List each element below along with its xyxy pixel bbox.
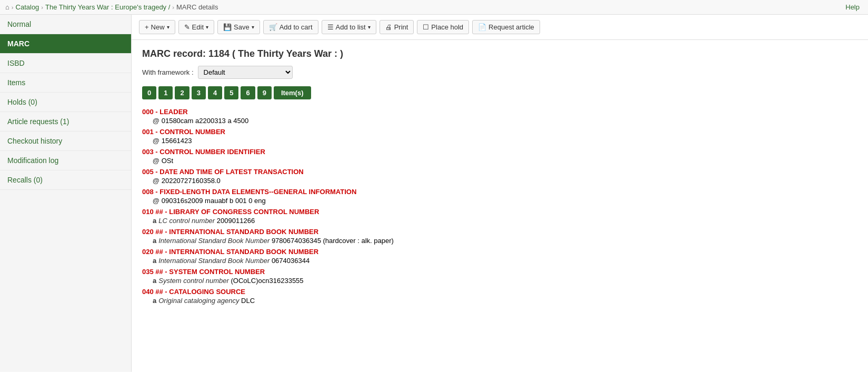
marc-field: 001 - CONTROL NUMBER@15661423 — [142, 128, 857, 146]
marc-subfield-row: @OSt — [142, 156, 857, 166]
help-link[interactable]: Help — [845, 3, 860, 11]
marc-subfield-code: @ — [153, 177, 159, 185]
tag-btn-1[interactable]: 1 — [158, 86, 173, 99]
sidebar-item-holds[interactable]: Holds (0) — [0, 93, 131, 112]
marc-tag-label: 020 ## - INTERNATIONAL STANDARD BOOK NUM… — [142, 248, 318, 256]
marc-field: 008 - FIXED-LENGTH DATA ELEMENTS--GENERA… — [142, 188, 857, 206]
marc-tag-label: 003 - CONTROL NUMBER IDENTIFIER — [142, 148, 265, 156]
marc-subfield-value: (OCoLC)ocn316233555 — [231, 277, 304, 285]
marc-tag-label: 035 ## - SYSTEM CONTROL NUMBER — [142, 268, 265, 276]
list-icon: ☰ — [327, 23, 334, 31]
print-button[interactable]: 🖨 Print — [380, 20, 414, 34]
tag-btn-9[interactable]: 9 — [257, 86, 272, 99]
marc-subfield-code: @ — [153, 137, 159, 145]
marc-subfield-label: System control number — [158, 277, 229, 285]
marc-subfield-code: @ — [153, 197, 159, 205]
sidebar-item-article-requests[interactable]: Article requests (1) — [0, 112, 131, 132]
marc-subfield-value: 01580cam a2200313 a 4500 — [162, 117, 249, 125]
marc-field: 003 - CONTROL NUMBER IDENTIFIER@OSt — [142, 148, 857, 166]
tag-btn-3[interactable]: 3 — [192, 86, 206, 99]
pencil-icon: ✎ — [184, 23, 190, 31]
breadcrumb-sep-2: › — [41, 4, 43, 11]
marc-field: 020 ## - INTERNATIONAL STANDARD BOOK NUM… — [142, 228, 857, 246]
marc-field: 000 - LEADER@01580cam a2200313 a 4500 — [142, 108, 857, 126]
list-caret-icon: ▾ — [368, 24, 371, 30]
marc-tag-label: 008 - FIXED-LENGTH DATA ELEMENTS--GENERA… — [142, 188, 356, 196]
marc-field-tag: 000 - LEADER — [142, 108, 857, 116]
marc-field-tag: 008 - FIXED-LENGTH DATA ELEMENTS--GENERA… — [142, 188, 857, 196]
breadcrumb-sep-3: › — [172, 4, 174, 11]
marc-field-tag: 005 - DATE AND TIME OF LATEST TRANSACTIO… — [142, 168, 857, 176]
place-hold-button[interactable]: ☐ Place hold — [417, 20, 469, 34]
sidebar-item-recalls[interactable]: Recalls (0) — [0, 170, 131, 190]
marc-subfield-row: aSystem control number (OCoLC)ocn3162335… — [142, 276, 857, 286]
marc-subfield-value: 15661423 — [162, 137, 192, 145]
marc-tag-label: 000 - LEADER — [142, 108, 188, 116]
tag-btn-6[interactable]: 6 — [241, 86, 255, 99]
save-caret-icon: ▾ — [252, 24, 254, 30]
new-button[interactable]: + New ▾ — [139, 20, 175, 34]
marc-field-tag: 020 ## - INTERNATIONAL STANDARD BOOK NUM… — [142, 248, 857, 256]
tag-btn-2[interactable]: 2 — [175, 86, 189, 99]
sidebar-item-checkout-history[interactable]: Checkout history — [0, 132, 131, 151]
marc-subfield-label: International Standard Book Number — [158, 257, 270, 265]
breadcrumb-catalog[interactable]: Catalog — [16, 3, 39, 11]
framework-row: With framework : Default — [142, 66, 857, 79]
marc-subfield-row: @01580cam a2200313 a 4500 — [142, 116, 857, 126]
marc-field: 005 - DATE AND TIME OF LATEST TRANSACTIO… — [142, 168, 857, 186]
add-to-cart-button[interactable]: 🛒 Add to cart — [263, 20, 318, 34]
request-article-button[interactable]: 📄 Request article — [472, 20, 540, 34]
breadcrumb-sep-1: › — [12, 4, 14, 11]
sidebar-item-marc[interactable]: MARC — [0, 34, 131, 54]
edit-button[interactable]: ✎ Edit ▾ — [178, 20, 214, 34]
marc-subfield-code: a — [153, 297, 156, 305]
marc-subfield-row: aLC control number 2009011266 — [142, 216, 857, 226]
marc-subfield-row: aInternational Standard Book Number 0674… — [142, 256, 857, 266]
tag-btn-0[interactable]: 0 — [142, 86, 156, 99]
marc-field-tag: 003 - CONTROL NUMBER IDENTIFIER — [142, 148, 857, 156]
home-icon[interactable]: ⌂ — [5, 3, 9, 11]
sidebar-item-normal[interactable]: Normal — [0, 15, 131, 34]
items-button[interactable]: Item(s) — [274, 86, 311, 99]
add-to-list-button[interactable]: ☰ Add to list ▾ — [322, 20, 376, 34]
marc-subfield-row: aInternational Standard Book Number 9780… — [142, 236, 857, 246]
marc-field-tag: 040 ## - CATALOGING SOURCE — [142, 288, 857, 296]
save-button[interactable]: 💾 Save ▾ — [217, 20, 260, 34]
marc-subfield-row: @20220727160358.0 — [142, 176, 857, 186]
toolbar: + New ▾ ✎ Edit ▾ 💾 Save ▾ 🛒 Add to cart … — [132, 15, 868, 40]
marc-field-tag: 010 ## - LIBRARY OF CONGRESS CONTROL NUM… — [142, 208, 857, 216]
marc-tag-label: 001 - CONTROL NUMBER — [142, 128, 225, 136]
marc-field-tag: 020 ## - INTERNATIONAL STANDARD BOOK NUM… — [142, 228, 857, 236]
marc-subfield-row: @15661423 — [142, 136, 857, 146]
breadcrumb-book-title[interactable]: The Thirty Years War : Europe's tragedy … — [45, 3, 170, 11]
marc-tag-label: 010 ## - LIBRARY OF CONGRESS CONTROL NUM… — [142, 208, 319, 216]
sidebar-item-isbd[interactable]: ISBD — [0, 54, 131, 73]
marc-subfield-label: International Standard Book Number — [158, 237, 270, 245]
marc-subfield-row: aOriginal cataloging agency DLC — [142, 296, 857, 306]
breadcrumb: ⌂ › Catalog › The Thirty Years War : Eur… — [0, 0, 868, 15]
sidebar-item-modification-log[interactable]: Modification log — [0, 151, 131, 170]
marc-subfield-code: a — [153, 277, 156, 285]
marc-field-tag: 035 ## - SYSTEM CONTROL NUMBER — [142, 268, 857, 276]
tag-btn-4[interactable]: 4 — [208, 86, 222, 99]
marc-field-tag: 001 - CONTROL NUMBER — [142, 128, 857, 136]
marc-subfield-code: a — [153, 237, 156, 245]
framework-label: With framework : — [142, 68, 194, 76]
marc-tag-label: 005 - DATE AND TIME OF LATEST TRANSACTIO… — [142, 168, 304, 176]
marc-subfield-value: 090316s2009 mauabf b 001 0 eng — [162, 197, 266, 205]
edit-caret-icon: ▾ — [206, 24, 208, 30]
marc-subfield-value: OSt — [162, 157, 173, 165]
marc-record-title: MARC record: 1184 ( The Thirty Years War… — [142, 48, 857, 59]
tag-btn-5[interactable]: 5 — [224, 86, 238, 99]
framework-select[interactable]: Default — [198, 66, 293, 79]
marc-subfield-code: a — [153, 257, 156, 265]
marc-field: 010 ## - LIBRARY OF CONGRESS CONTROL NUM… — [142, 208, 857, 226]
sidebar-item-items[interactable]: Items — [0, 73, 131, 93]
marc-subfield-label: Original cataloging agency — [158, 297, 239, 305]
marc-subfield-code: @ — [153, 157, 159, 165]
main-content: + New ▾ ✎ Edit ▾ 💾 Save ▾ 🛒 Add to cart … — [132, 15, 868, 372]
marc-subfield-code: a — [153, 217, 156, 225]
marc-field: 040 ## - CATALOGING SOURCEaOriginal cata… — [142, 288, 857, 306]
marc-subfield-value: DLC — [241, 297, 255, 305]
new-caret-icon: ▾ — [167, 24, 169, 30]
